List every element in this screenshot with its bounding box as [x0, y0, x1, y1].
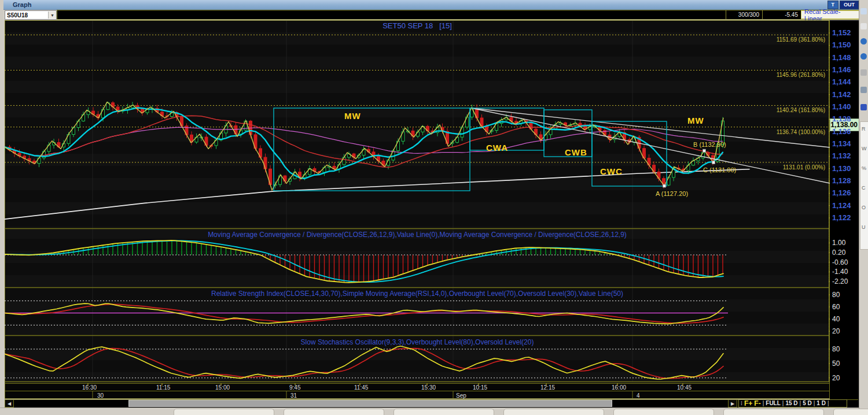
- price-axis-label: 1,132: [832, 151, 851, 160]
- stoch-axis-label: 20: [832, 374, 840, 382]
- time-label: 10:15: [473, 384, 487, 391]
- time-label: 15:00: [215, 384, 230, 391]
- time-label: 9:45: [289, 384, 300, 391]
- price-axis-label: 1,126: [832, 188, 851, 197]
- fibonacci-label: 1140.24 (161.80%): [637, 107, 825, 113]
- macd-axis-label: -1.40: [832, 268, 848, 276]
- range-button-1d[interactable]: 1 D: [816, 400, 826, 407]
- elliott-label: B (1132.90): [693, 141, 726, 148]
- stoch-k-line: [5, 346, 723, 379]
- side-strip-icon: [860, 53, 867, 60]
- price-axis-label: 1,130: [832, 164, 851, 173]
- price-axis-label: 1,146: [832, 65, 851, 74]
- elliott-label: A (1127.20): [656, 190, 688, 197]
- rsi-axis-label: 40: [832, 315, 840, 323]
- chart-title: SET50 SEP 18 [15]: [5, 21, 830, 30]
- pattern-label: CWC: [600, 166, 623, 176]
- range-button-15d[interactable]: 15 D: [785, 400, 797, 407]
- taskbar-tab: [613, 409, 714, 415]
- date-label: 31: [290, 392, 297, 399]
- symbol-dropdown[interactable]: S50U18 ▼: [5, 10, 57, 20]
- side-strip-letter: O: [862, 205, 866, 210]
- separator: |: [800, 400, 801, 407]
- separator: |: [782, 400, 784, 407]
- date-label: 4: [637, 392, 640, 399]
- range-button-f[interactable]: F+: [744, 400, 752, 407]
- stoch-axis-label: 50: [832, 360, 840, 368]
- macd-title: Moving Average Convergence / Divergence(…: [5, 231, 830, 239]
- time-row: [5, 384, 830, 391]
- taskbar-tab: [174, 409, 274, 415]
- separator: |: [763, 400, 764, 407]
- side-strip-icon: [860, 104, 867, 110]
- elliott-marker: [663, 184, 666, 187]
- taskbar-tab: [284, 409, 384, 415]
- pattern-label: CWB: [565, 147, 587, 157]
- zigzag-line: [5, 102, 723, 191]
- side-strip-icon: [860, 23, 867, 29]
- price-axis-label: 1,136: [832, 127, 851, 136]
- pattern-label: CWA: [486, 143, 508, 153]
- scroll-right-button[interactable]: ▶: [728, 399, 737, 407]
- macd-axis-label: -2.20: [832, 277, 848, 286]
- side-strip-letter: R: [862, 126, 866, 132]
- title-bar[interactable]: Graph T OUT: [3, 0, 859, 10]
- date-row: [5, 391, 830, 399]
- taskbar-tab: [723, 409, 824, 415]
- elliott-label: C (1131.00): [703, 166, 736, 173]
- time-label: 11:45: [354, 384, 368, 391]
- price-axis-label: 1,144: [832, 77, 851, 86]
- white-ma-line: [5, 169, 749, 219]
- side-strip-icon: [860, 38, 867, 45]
- stoch-axis-label: 80: [832, 345, 840, 353]
- side-strip-letter: W: [862, 146, 867, 151]
- time-label: 16:00: [612, 384, 626, 391]
- side-strip-icon: [860, 8, 867, 14]
- macd-axis-label: 0.20: [832, 249, 845, 257]
- range-button-5d[interactable]: 5 D: [803, 400, 812, 407]
- time-label: 15:30: [421, 384, 436, 391]
- rsi-axis-label: 60: [832, 303, 840, 311]
- taskbar-tab: [503, 409, 604, 415]
- chevron-down-icon[interactable]: ▼: [48, 12, 56, 18]
- fibonacci-label: 1145.96 (261.80%): [637, 72, 825, 78]
- symbol-value: S50U18: [5, 12, 48, 18]
- change-value: -5.45: [762, 10, 801, 19]
- price-axis-label: 1,150: [832, 40, 851, 49]
- pattern-label: MW: [344, 111, 361, 121]
- side-strip-icon: [860, 69, 867, 76]
- price-axis-label: 1,138: [832, 114, 851, 123]
- stoch-d-line: [5, 349, 723, 379]
- rsi-sma-line: [5, 304, 723, 323]
- price-axis-label: 1,152: [832, 28, 851, 37]
- rsi-axis-label: 80: [832, 291, 840, 299]
- price-axis-label: 1,122: [832, 213, 851, 222]
- time-label: 10:45: [677, 384, 692, 391]
- recal-scale-button[interactable]: Recal Scale-Linear: [801, 10, 861, 19]
- elliott-marker: [712, 161, 715, 164]
- price-axis-label: 1,140: [832, 102, 851, 111]
- date-label: 30: [97, 392, 104, 399]
- grip-dots: ⁞: [741, 400, 742, 407]
- price-axis-label: 1,124: [832, 201, 851, 210]
- toolbar-cells: 300/300 -5.45 Recal Scale-Linear: [57, 10, 862, 20]
- side-strip-icon: [860, 87, 867, 93]
- scrollbar-thumb[interactable]: [128, 400, 612, 407]
- trendline: [472, 108, 830, 183]
- side-strip-letter: U: [862, 224, 866, 230]
- separator: |: [814, 400, 815, 407]
- price-axis-label: 1,142: [832, 90, 851, 99]
- side-strip-letter: C: [862, 185, 866, 191]
- rsi-line: [5, 303, 723, 324]
- elliott-marker: [703, 149, 706, 152]
- taskbar-tab: [833, 409, 868, 415]
- scroll-left-button[interactable]: ◀: [5, 399, 14, 407]
- range-button-full[interactable]: FULL: [766, 400, 781, 407]
- rsi-axis-label: 20: [832, 327, 840, 335]
- range-button-bar: ⁞F+F-|FULL|15 D|5 D|1 D|: [738, 399, 847, 407]
- side-strip-letter: %: [862, 165, 866, 171]
- macd-histogram: [5, 240, 723, 283]
- range-button-f[interactable]: F-: [754, 400, 760, 407]
- graph-window: Graph T OUT S50U18 ▼ 300/300 -5.45 Recal…: [0, 0, 868, 415]
- macd-axis-label: 1.00: [832, 239, 845, 247]
